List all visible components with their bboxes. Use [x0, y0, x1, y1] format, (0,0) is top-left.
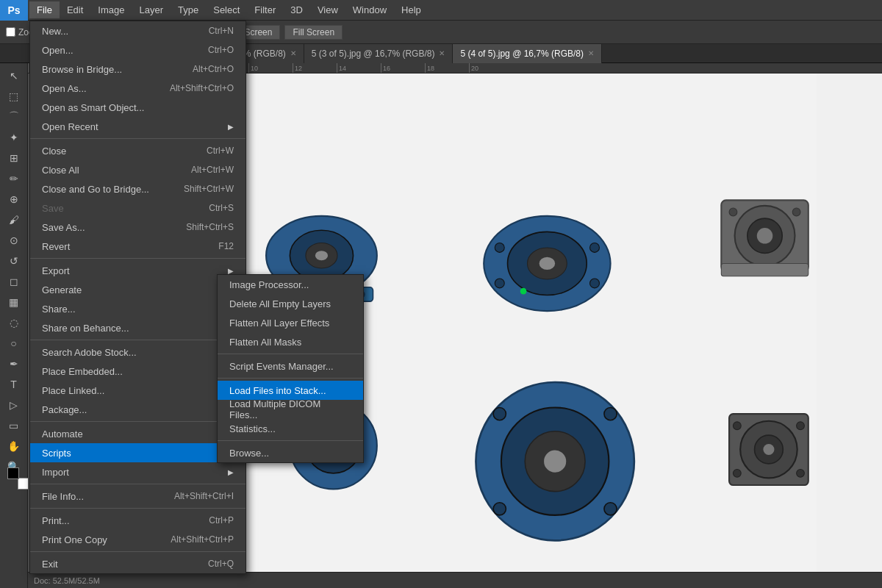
foreground-color-swatch[interactable] — [7, 467, 19, 479]
menu-print-one[interactable]: Print One Copy Alt+Shift+Ctrl+P — [30, 530, 245, 549]
menu-close-all[interactable]: Close All Alt+Ctrl+W — [30, 160, 245, 179]
menu-open-recent[interactable]: Open Recent ▶ — [30, 117, 245, 136]
menu-filter[interactable]: Filter — [247, 1, 283, 18]
status-bar: Doc: 52.5M/52.5M — [28, 572, 882, 588]
menu-adobe-stock[interactable]: Search Adobe Stock... — [30, 343, 245, 362]
lasso-tool[interactable]: ⌒ — [3, 107, 25, 126]
menu-open-smart[interactable]: Open as Smart Object... — [30, 98, 245, 117]
type-tool[interactable]: T — [3, 375, 25, 394]
svg-point-11 — [539, 257, 556, 270]
script-flatten-effects[interactable]: Flatten All Layer Effects — [218, 313, 363, 332]
menu-share-behance[interactable]: Share on Behance... — [30, 318, 245, 337]
separator — [30, 421, 245, 422]
eraser-tool[interactable]: ◻ — [3, 272, 25, 291]
menu-scripts[interactable]: Scripts ▶ — [30, 443, 245, 462]
menu-share[interactable]: Share... — [30, 299, 245, 318]
script-load-files-stack[interactable]: Load Files into Stack... — [218, 381, 363, 400]
menu-browse-bridge[interactable]: Browse in Bridge... Alt+Ctrl+O — [30, 60, 245, 79]
svg-point-30 — [544, 451, 566, 473]
healing-tool[interactable]: ⊕ — [3, 190, 25, 209]
svg-point-22 — [792, 208, 800, 216]
svg-point-13 — [590, 243, 600, 252]
menu-edit[interactable]: Edit — [60, 1, 90, 18]
menu-automate[interactable]: Automate ▶ — [30, 424, 245, 443]
doc-tab-4[interactable]: 5 (4 of 5).jpg @ 16,7% (RGB/8) ✕ — [453, 44, 602, 63]
fill-screen-button[interactable]: Fill Screen — [284, 25, 343, 40]
script-browse[interactable]: Browse... — [218, 443, 363, 462]
menu-file[interactable]: File — [29, 1, 60, 18]
script-load-dicom[interactable]: Load Multiple DICOM Files... — [218, 400, 363, 419]
tab-close-4[interactable]: ✕ — [588, 49, 594, 57]
quick-select-tool[interactable]: ✦ — [3, 128, 25, 147]
menu-generate[interactable]: Generate ▶ — [30, 280, 245, 299]
menu-close-bridge[interactable]: Close and Go to Bridge... Shift+Ctrl+W — [30, 179, 245, 198]
menu-help[interactable]: Help — [394, 1, 429, 18]
brush-tool[interactable]: 🖌 — [3, 210, 25, 229]
separator — [218, 440, 363, 441]
svg-point-21 — [729, 208, 737, 216]
move-tool[interactable]: ↖ — [3, 66, 25, 85]
gradient-tool[interactable]: ▦ — [3, 293, 25, 312]
dodge-tool[interactable]: ○ — [3, 334, 25, 353]
separator — [30, 508, 245, 509]
menu-layer[interactable]: Layer — [132, 1, 171, 18]
menu-select[interactable]: Select — [206, 1, 247, 18]
menu-open-as[interactable]: Open As... Alt+Shift+Ctrl+O — [30, 79, 245, 98]
doc-tab-3[interactable]: 5 (3 of 5).jpg @ 16,7% (RGB/8) ✕ — [304, 44, 453, 63]
blur-tool[interactable]: ◌ — [3, 313, 25, 332]
menu-new[interactable]: New... Ctrl+N — [30, 21, 245, 40]
menu-place-linked[interactable]: Place Linked... — [30, 381, 245, 400]
script-events-manager[interactable]: Script Events Manager... — [218, 356, 363, 376]
zoom-all-windows-checkbox[interactable] — [6, 27, 15, 37]
menu-file-info[interactable]: File Info... Alt+Shift+Ctrl+I — [30, 487, 245, 506]
svg-point-42 — [797, 469, 805, 477]
separator — [30, 258, 245, 259]
script-image-processor[interactable]: Image Processor... — [218, 275, 363, 294]
menu-image[interactable]: Image — [90, 1, 132, 18]
pen-tool[interactable]: ✒ — [3, 354, 25, 373]
menu-3d[interactable]: 3D — [283, 1, 310, 18]
history-tool[interactable]: ↺ — [3, 251, 25, 270]
svg-point-15 — [590, 279, 600, 288]
crop-tool[interactable]: ⊞ — [3, 148, 25, 168]
hand-tool[interactable]: ✋ — [3, 437, 25, 456]
svg-rect-20 — [721, 263, 808, 276]
script-delete-empty-layers[interactable]: Delete All Empty Layers — [218, 294, 363, 313]
tab-close-2[interactable]: ✕ — [290, 49, 296, 57]
path-select-tool[interactable]: ▷ — [3, 395, 25, 415]
marquee-tool[interactable]: ⬚ — [3, 87, 25, 106]
separator — [30, 138, 245, 139]
menu-print[interactable]: Print... Ctrl+P — [30, 511, 245, 530]
scripts-submenu: Image Processor... Delete All Empty Laye… — [217, 274, 364, 463]
svg-point-38 — [763, 444, 774, 455]
svg-point-34 — [604, 503, 617, 515]
menu-window[interactable]: Window — [345, 1, 394, 18]
tab-close-3[interactable]: ✕ — [439, 49, 445, 57]
svg-point-4 — [315, 251, 328, 260]
script-statistics[interactable]: Statistics... — [218, 419, 363, 438]
menu-save-as[interactable]: Save As... Shift+Ctrl+S — [30, 218, 245, 237]
eyedropper-tool[interactable]: ✏ — [3, 169, 25, 188]
clone-tool[interactable]: ⊙ — [3, 231, 25, 250]
ruler-tick: 16 — [381, 63, 425, 74]
svg-point-33 — [493, 503, 506, 515]
menu-open[interactable]: Open... Ctrl+O — [30, 40, 245, 60]
svg-point-41 — [733, 469, 741, 477]
svg-point-14 — [495, 279, 504, 288]
menu-exit[interactable]: Exit Ctrl+Q — [30, 554, 245, 573]
menu-place-embedded[interactable]: Place Embedded... — [30, 362, 245, 381]
menu-view[interactable]: View — [310, 1, 345, 18]
tab-label-4: 5 (4 of 5).jpg @ 16,7% (RGB/8) — [460, 49, 584, 59]
svg-point-12 — [495, 243, 504, 252]
menu-package[interactable]: Package... — [30, 400, 245, 419]
menu-close[interactable]: Close Ctrl+W — [30, 141, 245, 160]
menu-export[interactable]: Export ▶ — [30, 261, 245, 280]
separator — [218, 354, 363, 354]
menu-type[interactable]: Type — [171, 1, 206, 18]
svg-point-39 — [733, 422, 741, 430]
menu-import[interactable]: Import ▶ — [30, 462, 245, 481]
menu-revert[interactable]: Revert F12 — [30, 237, 245, 256]
shape-tool[interactable]: ▭ — [3, 416, 25, 435]
script-flatten-masks[interactable]: Flatten All Masks — [218, 332, 363, 351]
color-swatches[interactable] — [7, 467, 29, 490]
